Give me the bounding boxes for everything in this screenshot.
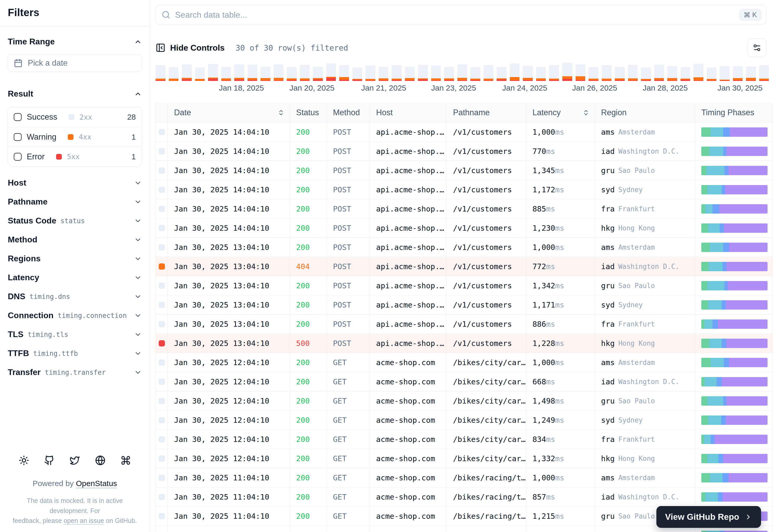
filter-section-ttfb[interactable]: TTFBtiming.ttfb [8, 344, 142, 363]
cell-select[interactable] [156, 199, 168, 219]
filter-section-host[interactable]: Host [8, 173, 142, 192]
cell-select[interactable] [156, 526, 168, 532]
histogram-bar[interactable] [379, 67, 389, 81]
histogram-bar[interactable] [234, 64, 244, 81]
open-issue-link[interactable]: open an issue [64, 517, 104, 524]
histogram-bar[interactable] [694, 64, 703, 81]
column-header-timing[interactable]: Timing Phases [695, 103, 773, 122]
date-picker-input[interactable]: Pick a date [8, 54, 142, 72]
histogram-bar[interactable] [497, 67, 506, 81]
filter-section-pathname[interactable]: Pathname [8, 192, 142, 211]
table-row[interactable]: Jan 30, 2025 14:04:10 200 POST api.acme-… [156, 161, 773, 180]
table-row[interactable]: Jan 30, 2025 13:04:10 200 POST api.acme-… [156, 315, 773, 334]
histogram-bar[interactable] [155, 65, 165, 81]
cell-select[interactable] [156, 507, 168, 526]
view-settings-button[interactable] [748, 38, 766, 57]
checkbox[interactable] [14, 133, 22, 141]
table-row[interactable]: Jan 30, 2025 11:04:10 200 GET acme-shop.… [156, 468, 773, 487]
cell-select[interactable] [156, 315, 168, 334]
table-row[interactable]: Jan 30, 2025 14:04:10 200 POST api.acme-… [156, 219, 773, 238]
cell-select[interactable] [156, 238, 168, 257]
column-header-host[interactable]: Host [370, 103, 447, 122]
histogram-bar[interactable] [300, 65, 310, 81]
cell-select[interactable] [156, 142, 168, 161]
histogram-bar[interactable] [444, 67, 454, 81]
cell-select[interactable] [156, 161, 168, 180]
filter-section-status-code[interactable]: Status Codestatus [8, 211, 142, 230]
checkbox[interactable] [14, 153, 22, 161]
histogram-bar[interactable] [667, 66, 677, 81]
histogram-bar[interactable] [681, 67, 690, 81]
filter-section-latency[interactable]: Latency [8, 268, 142, 287]
result-option-error[interactable]: Error 5xx 1 [8, 147, 141, 166]
sort-icon[interactable] [278, 109, 285, 116]
histogram-bar[interactable] [353, 67, 362, 81]
github-button[interactable] [44, 455, 54, 466]
histogram-bar[interactable] [431, 65, 441, 81]
result-option-success[interactable]: Success 2xx 28 [8, 107, 141, 127]
result-section-header[interactable]: Result [8, 89, 142, 99]
cell-select[interactable] [156, 391, 168, 411]
histogram-bar[interactable] [418, 65, 428, 81]
histogram-bar[interactable] [248, 65, 258, 81]
table-row[interactable]: Jan 30, 2025 14:04:10 200 POST api.acme-… [156, 199, 773, 219]
histogram-bar[interactable] [457, 64, 467, 81]
column-header-method[interactable]: Method [327, 103, 370, 122]
histogram-bar[interactable] [405, 67, 415, 81]
histogram-bar[interactable] [208, 64, 218, 81]
histogram-bar[interactable] [707, 67, 717, 81]
table-row[interactable]: Jan 30, 2025 12:04:10 200 GET acme-shop.… [156, 449, 773, 468]
twitter-button[interactable] [70, 455, 80, 466]
histogram-bar[interactable] [392, 65, 402, 81]
histogram-bar[interactable] [746, 66, 756, 81]
table-row[interactable]: Jan 30, 2025 14:04:10 200 POST api.acme-… [156, 142, 773, 161]
cell-select[interactable] [156, 449, 168, 468]
histogram-bar[interactable] [470, 67, 480, 81]
histogram-bar[interactable] [562, 63, 572, 81]
checkbox[interactable] [14, 113, 22, 121]
filter-section-tls[interactable]: TLStiming.tls [8, 325, 142, 344]
histogram-bar[interactable] [575, 64, 586, 81]
histogram-bar[interactable] [313, 67, 323, 81]
histogram-bar[interactable] [615, 67, 625, 81]
histogram-bar[interactable] [287, 67, 297, 81]
filter-section-connection[interactable]: Connectiontiming.connection [8, 306, 142, 325]
column-header-pathname[interactable]: Pathname [447, 103, 526, 122]
cell-select[interactable] [156, 468, 168, 487]
histogram-bar[interactable] [523, 66, 533, 81]
table-row[interactable]: Jan 30, 2025 13:04:10 500 POST api.acme-… [156, 334, 773, 353]
histogram-bar[interactable] [221, 67, 231, 81]
histogram-bar[interactable] [169, 67, 179, 81]
histogram-bar[interactable] [274, 64, 284, 81]
histogram-bar[interactable] [654, 65, 664, 81]
histogram-bar[interactable] [549, 65, 559, 81]
time-range-section-header[interactable]: Time Range [8, 37, 142, 46]
table-row[interactable]: Jan 30, 2025 12:04:10 200 GET acme-shop.… [156, 430, 773, 449]
filter-section-dns[interactable]: DNStiming.dns [8, 287, 142, 306]
cell-select[interactable] [156, 353, 168, 372]
cell-select[interactable] [156, 487, 168, 507]
histogram-bar[interactable] [365, 65, 375, 81]
openstatus-link[interactable]: OpenStatus [76, 479, 117, 488]
column-header-status[interactable]: Status [290, 103, 327, 122]
command-menu-button[interactable] [120, 455, 131, 466]
filter-section-regions[interactable]: Regions [8, 249, 142, 268]
table-row[interactable]: Jan 30, 2025 13:04:10 200 POST api.acme-… [156, 276, 773, 295]
histogram-bar[interactable] [628, 65, 638, 81]
table-row[interactable]: Jan 30, 2025 11:04:10 200 GET acme-shop.… [156, 487, 773, 507]
filter-section-method[interactable]: Method [8, 230, 142, 249]
histogram-bar[interactable] [195, 67, 205, 81]
globe-button[interactable] [95, 455, 105, 466]
histogram-bar[interactable] [733, 66, 743, 81]
table-row[interactable]: Jan 30, 2025 12:04:10 200 GET acme-shop.… [156, 391, 773, 411]
sort-icon[interactable] [583, 109, 590, 116]
cell-select[interactable] [156, 257, 168, 276]
cell-select[interactable] [156, 334, 168, 353]
cell-select[interactable] [156, 219, 168, 238]
filter-section-transfer[interactable]: Transfertiming.transfer [8, 363, 142, 382]
cell-select[interactable] [156, 411, 168, 430]
table-row[interactable]: Jan 30, 2025 12:04:10 200 GET acme-shop.… [156, 411, 773, 430]
table-row[interactable]: Jan 30, 2025 12:04:10 200 GET acme-shop.… [156, 353, 773, 372]
histogram-bar[interactable] [720, 66, 730, 81]
histogram-bar[interactable] [602, 65, 612, 81]
